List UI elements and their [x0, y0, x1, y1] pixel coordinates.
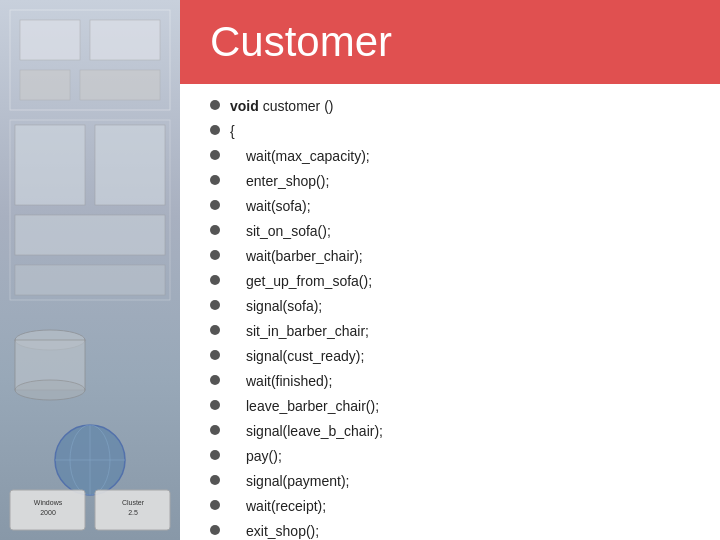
svg-rect-8: [15, 215, 165, 255]
code-text: signal(leave_b_chair);: [230, 421, 383, 442]
svg-rect-6: [15, 125, 85, 205]
svg-text:Windows: Windows: [34, 499, 63, 506]
bullet-icon: [210, 450, 220, 460]
bullet-icon: [210, 250, 220, 260]
bullet-icon: [210, 425, 220, 435]
bullet-icon: [210, 150, 220, 160]
code-item: signal(cust_ready);: [210, 346, 700, 367]
code-item: sit_on_sofa();: [210, 221, 700, 242]
code-text: leave_barber_chair();: [230, 396, 379, 417]
code-text: signal(sofa);: [230, 296, 322, 317]
code-text: wait(sofa);: [230, 196, 311, 217]
code-text: wait(finished);: [230, 371, 332, 392]
code-item: {: [210, 121, 700, 142]
left-panel-bg: Windows 2000 Cluster 2.5: [0, 0, 180, 540]
code-item: wait(sofa);: [210, 196, 700, 217]
svg-point-12: [15, 380, 85, 400]
bullet-icon: [210, 500, 220, 510]
svg-rect-7: [95, 125, 165, 205]
code-item: wait(receipt);: [210, 496, 700, 517]
code-text: sit_in_barber_chair;: [230, 321, 369, 342]
bullet-icon: [210, 125, 220, 135]
svg-rect-4: [80, 70, 160, 100]
bullet-icon: [210, 400, 220, 410]
code-item: signal(payment);: [210, 471, 700, 492]
bullet-icon: [210, 200, 220, 210]
code-item: signal(sofa);: [210, 296, 700, 317]
svg-text:Cluster: Cluster: [122, 499, 145, 506]
page-title: Customer: [210, 18, 392, 65]
bullet-icon: [210, 525, 220, 535]
code-item: leave_barber_chair();: [210, 396, 700, 417]
code-item: enter_shop();: [210, 171, 700, 192]
code-item: signal(leave_b_chair);: [210, 421, 700, 442]
svg-rect-2: [90, 20, 160, 60]
svg-text:2000: 2000: [40, 509, 56, 516]
svg-rect-1: [20, 20, 80, 60]
blueprint-decoration: Windows 2000 Cluster 2.5: [0, 0, 180, 540]
code-text: enter_shop();: [230, 171, 329, 192]
code-text: wait(max_capacity);: [230, 146, 370, 167]
main-content: Customer void customer (){wait(max_capac…: [180, 0, 720, 540]
code-text: signal(payment);: [230, 471, 350, 492]
bullet-icon: [210, 475, 220, 485]
code-list: void customer (){wait(max_capacity);ente…: [180, 96, 720, 540]
bullet-icon: [210, 325, 220, 335]
svg-rect-3: [20, 70, 70, 100]
code-text: signal(cust_ready);: [230, 346, 364, 367]
svg-text:2.5: 2.5: [128, 509, 138, 516]
code-item: void customer (): [210, 96, 700, 117]
svg-rect-9: [15, 265, 165, 295]
code-text: {: [230, 121, 235, 142]
code-item: sit_in_barber_chair;: [210, 321, 700, 342]
code-text: void customer (): [230, 96, 333, 117]
code-text: sit_on_sofa();: [230, 221, 331, 242]
code-item: pay();: [210, 446, 700, 467]
code-item: wait(barber_chair);: [210, 246, 700, 267]
code-item: exit_shop();: [210, 521, 700, 540]
code-item: wait(max_capacity);: [210, 146, 700, 167]
code-text: exit_shop();: [230, 521, 319, 540]
code-text: wait(receipt);: [230, 496, 326, 517]
code-text: wait(barber_chair);: [230, 246, 363, 267]
bullet-icon: [210, 350, 220, 360]
left-panel: Windows 2000 Cluster 2.5: [0, 0, 180, 540]
bullet-icon: [210, 375, 220, 385]
bullet-icon: [210, 300, 220, 310]
code-text: get_up_from_sofa();: [230, 271, 372, 292]
bullet-icon: [210, 175, 220, 185]
bullet-icon: [210, 225, 220, 235]
code-item: wait(finished);: [210, 371, 700, 392]
header-bar: Customer: [180, 0, 720, 84]
code-item: get_up_from_sofa();: [210, 271, 700, 292]
code-text: pay();: [230, 446, 282, 467]
bullet-icon: [210, 100, 220, 110]
bullet-icon: [210, 275, 220, 285]
